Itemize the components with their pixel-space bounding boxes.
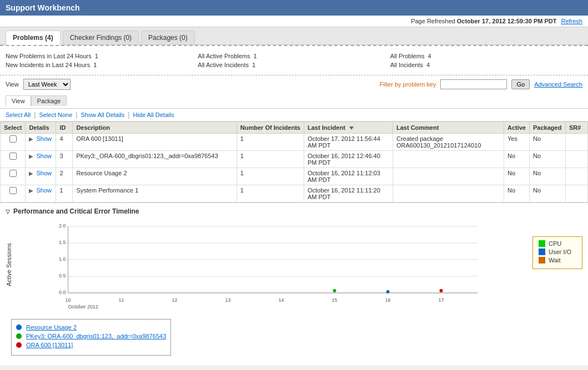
problems-table-container: Select Details ID Description Number Of … [0,121,588,202]
row-description: PKey3:_ORA-600_dbgris01:123,_addr=0xa987… [73,151,237,168]
row-packaged: No [530,168,566,185]
th-incidents[interactable]: Number Of Incidents [237,122,304,134]
summary-col-3: All Problems 4 All Incidents 4 [390,53,582,70]
filter-bar: View Last Week Last Day Last Month All F… [0,75,588,93]
row-description: System Performance 1 [73,185,237,202]
row-sr [566,168,588,185]
th-sr: SR# [566,122,588,134]
show-all-details-link[interactable]: Show All Details [81,111,124,118]
filter-input[interactable] [440,79,507,89]
legend-wait: Wait [539,257,576,263]
wait-color-swatch [539,257,545,263]
row-incidents: 1 [237,185,304,202]
svg-text:16: 16 [385,297,390,303]
sep-2: | [76,111,77,119]
show-link[interactable]: Show [36,135,52,142]
svg-text:14: 14 [278,297,284,303]
row-checkbox-cell [1,134,26,151]
row-active: No [504,151,529,168]
summary-section: New Problems in Last 24 Hours 1 New Inci… [0,48,588,75]
refresh-time: October 17, 2012 12:59:30 PM PDT [457,18,557,24]
legend-cpu: CPU [539,240,576,247]
incident-link-3[interactable]: ORA 600 [13011] [26,342,73,348]
row-active: No [504,185,529,202]
th-last-comment: Last Comment [393,122,504,134]
svg-text:15: 15 [331,297,337,303]
svg-point-22 [386,290,390,293]
active-problems-value: 1 [253,53,257,59]
row-details-cell: ▶ Show [26,168,56,185]
row-packaged: No [530,185,566,202]
row-checkbox[interactable] [9,135,17,143]
view-tab-package[interactable]: Package [31,95,67,106]
row-packaged: No [530,151,566,168]
show-link[interactable]: Show [36,153,52,159]
row-packaged: No [530,134,566,151]
row-incidents: 1 [237,168,304,185]
select-none-link[interactable]: Select None [39,111,72,118]
userio-color-swatch [539,249,545,255]
chart-legend: CPU User I/O Wait [532,236,582,269]
expand-icon: ▶ [29,136,33,142]
summary-col-1: New Problems in Last 24 Hours 1 New Inci… [6,53,198,70]
svg-text:October 2012: October 2012 [68,304,99,308]
refresh-link[interactable]: Refresh [561,18,582,24]
incident-item-1: Resource Usage 2 [16,324,166,331]
row-active: Yes [504,134,529,151]
row-incidents: 1 [237,151,304,168]
view-label: View [6,81,19,88]
expand-icon: ▶ [29,170,33,176]
row-id: 1 [56,185,73,202]
incident-item-2: PKey3: ORA-600_dbgris01:123,_addr=0xa987… [16,333,166,339]
new-incidents-value: 1 [93,62,97,68]
show-link[interactable]: Show [36,187,52,194]
select-all-link[interactable]: Select All [6,111,31,118]
th-last-incident[interactable]: Last Incident [304,122,393,134]
row-sr [566,134,588,151]
row-checkbox-cell [1,168,26,185]
dashed-separator [0,45,588,46]
userio-label: User I/O [549,249,571,255]
row-sr [566,151,588,168]
th-description[interactable]: Description [73,122,237,134]
svg-text:0.0: 0.0 [59,290,66,295]
view-pkg-tabs: View Package [0,93,588,109]
sort-icon-last-incident [349,126,354,130]
advanced-search-link[interactable]: Advanced Search [534,81,582,88]
svg-point-21 [333,289,336,292]
show-link[interactable]: Show [36,170,52,176]
incident-link-1[interactable]: Resource Usage 2 [26,324,77,331]
go-button[interactable]: Go [511,79,530,89]
tab-problems[interactable]: Problems (4) [6,31,61,45]
row-id: 4 [56,134,73,151]
active-problems-label: All Active Problems [198,53,250,59]
hide-all-details-link[interactable]: Hide All Details [133,111,174,118]
svg-text:17: 17 [438,297,444,303]
chart-svg: 2.0 1.5 1.0 0.5 0.0 [18,220,527,308]
row-last-incident: October 16, 2012 11:11:20 AM PDT [304,185,393,202]
svg-text:10: 10 [65,297,71,303]
all-incidents-value: 4 [426,62,430,68]
row-checkbox[interactable] [9,187,17,194]
app-title: Support Workbench [6,3,80,12]
cpu-label: CPU [549,240,561,247]
tab-checker[interactable]: Checker Findings (0) [63,31,139,44]
view-tab-view[interactable]: View [6,95,31,107]
top-bar: Page Refreshed October 17, 2012 12:59:30… [0,16,588,27]
view-select[interactable]: Last Week Last Day Last Month All [23,79,71,90]
row-incidents: 1 [237,134,304,151]
svg-text:1.5: 1.5 [59,240,66,245]
wait-label: Wait [549,257,561,263]
all-incidents-label: All Incidents [390,62,423,68]
row-checkbox[interactable] [9,153,17,160]
app-header: Support Workbench [0,0,588,16]
th-active: Active [504,122,529,134]
tab-packages[interactable]: Packages (0) [141,31,195,44]
timeline-header[interactable]: ▽ Performance and Critical Error Timelin… [6,207,582,215]
svg-text:12: 12 [172,297,177,303]
chart-area: Active Sessions 2.0 1.5 1.0 0.5 0.0 [6,220,582,310]
row-last-incident: October 17, 2012 11:56:44 AM PDT [304,134,393,151]
row-checkbox[interactable] [9,170,17,177]
incident-link-2[interactable]: PKey3: ORA-600_dbgris01:123,_addr=0xa987… [26,333,166,339]
row-details-cell: ▶ Show [26,185,56,202]
